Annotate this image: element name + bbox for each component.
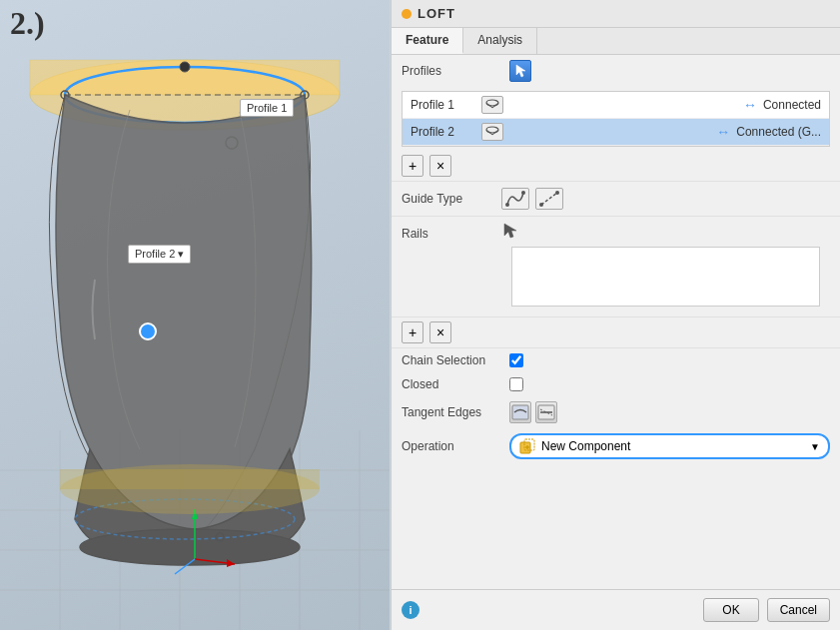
profile1-connected-icon: ↔ (743, 97, 757, 113)
svg-rect-28 (60, 469, 320, 489)
operation-value: New Component (541, 439, 630, 453)
dropdown-arrow-icon: ▼ (810, 441, 820, 452)
operation-row: Operation New Component ▼ (392, 428, 840, 464)
guide-type-icon2[interactable] (535, 188, 563, 210)
profiles-section-header: Profiles (392, 55, 840, 87)
svg-point-36 (521, 191, 525, 195)
profiles-select-button[interactable] (509, 60, 531, 82)
svg-point-18 (80, 529, 300, 565)
svg-point-16 (180, 62, 190, 72)
svg-point-38 (539, 203, 543, 207)
svg-line-37 (541, 193, 557, 205)
svg-point-39 (555, 191, 559, 195)
rails-add-button[interactable]: + (402, 321, 423, 343)
guide-type-label: Guide Type (402, 192, 501, 206)
tab-analysis[interactable]: Analysis (463, 28, 537, 54)
svg-point-35 (505, 203, 509, 207)
profile-list: Profile 1 ↔ Connected Profile 2 (402, 91, 830, 147)
guide-type-row: Guide Type (392, 182, 840, 217)
guide-type-content (501, 188, 830, 210)
tangent-edge-icon2[interactable] (535, 401, 557, 423)
profiles-label: Profiles (402, 64, 501, 78)
rails-row: Rails (392, 217, 840, 317)
3d-viewport[interactable]: 2.) (0, 0, 390, 630)
rails-label: Rails (402, 223, 501, 241)
panel-tabs: Feature Analysis (392, 28, 840, 55)
profile2-row-label: Profile 2 (411, 125, 475, 139)
operation-dropdown[interactable]: New Component ▼ (509, 433, 830, 459)
profile2-icon (481, 123, 503, 141)
rails-remove-button[interactable]: × (429, 321, 451, 343)
profile1-status: Connected (763, 98, 821, 112)
header-dot (402, 9, 412, 19)
info-icon[interactable]: i (402, 601, 420, 619)
chain-selection-row: Chain Selection (392, 348, 840, 372)
rails-cursor-icon (501, 223, 517, 239)
tangent-edges-row: Tangent Edges (392, 396, 840, 428)
closed-checkbox[interactable] (509, 377, 523, 391)
footer-buttons: OK Cancel (703, 598, 830, 622)
profile2-status: Connected (G... (736, 125, 821, 139)
svg-point-20 (140, 323, 156, 339)
profiles-add-button[interactable]: + (402, 155, 423, 177)
tangent-edges-label: Tangent Edges (402, 405, 501, 419)
tangent-edges-icons (509, 401, 557, 423)
profile2-row[interactable]: Profile 2 ↔ Connected (G... (403, 119, 829, 146)
closed-row: Closed (392, 372, 840, 396)
operation-label: Operation (402, 439, 501, 453)
rails-area[interactable] (511, 247, 820, 307)
profile1-label: Profile 1 (240, 99, 294, 117)
loft-shape-svg (0, 0, 390, 630)
profile2-connected-icon: ↔ (716, 124, 730, 140)
cancel-button[interactable]: Cancel (767, 598, 830, 622)
profiles-add-remove: + × (392, 151, 840, 182)
panel-header: LOFT (392, 0, 840, 28)
profiles-remove-button[interactable]: × (429, 155, 451, 177)
rails-add-remove: + × (392, 317, 840, 348)
profile2-label: Profile 2 ▾ (128, 245, 191, 264)
rails-content (501, 223, 830, 311)
profile1-row-label: Profile 1 (411, 98, 475, 112)
ok-button[interactable]: OK (703, 598, 758, 622)
panel-title: LOFT (418, 6, 455, 21)
operation-icon (519, 438, 535, 454)
loft-panel: LOFT Feature Analysis Profiles Profile 1 (391, 0, 840, 630)
tab-feature[interactable]: Feature (392, 28, 463, 54)
profile1-row[interactable]: Profile 1 ↔ Connected (403, 92, 829, 119)
profile1-icon (481, 96, 503, 114)
closed-label: Closed (402, 377, 501, 391)
guide-type-icon1[interactable] (501, 188, 529, 210)
panel-footer: i OK Cancel (392, 589, 840, 630)
tangent-edge-icon1[interactable] (509, 401, 531, 423)
chain-selection-checkbox[interactable] (509, 353, 523, 367)
chain-selection-label: Chain Selection (402, 353, 501, 367)
